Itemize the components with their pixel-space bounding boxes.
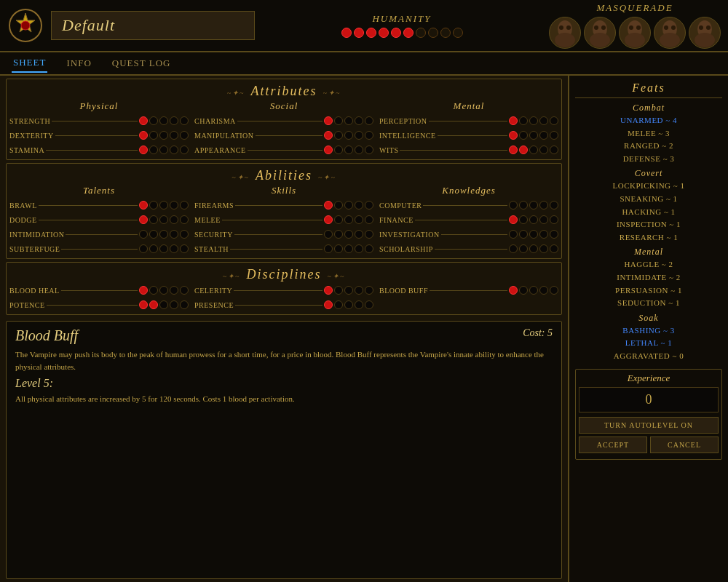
stat-stamina-dots[interactable] (139, 146, 189, 154)
stat-wits-dots[interactable] (509, 146, 558, 154)
stat-blood-heal: Blood Heal (9, 284, 189, 297)
skills-col: Skills Firearms Melee Security (194, 185, 373, 257)
stat-appearance: Appearance (194, 143, 373, 156)
stat-strength-dots[interactable] (139, 116, 189, 125)
knowledges-header: Knowledges (379, 185, 558, 196)
masquerade-face-1 (549, 17, 581, 49)
character-name[interactable]: Default (51, 11, 255, 40)
disc-col-2: Celerity Presence (194, 284, 373, 313)
stat-strength-label: Strength (9, 117, 50, 125)
experience-value: 0 (579, 387, 719, 412)
svg-point-20 (699, 25, 703, 30)
stat-perception-dots[interactable] (509, 116, 558, 125)
stat-dexterity: Dexterity (9, 129, 189, 142)
feat-defense[interactable]: Defense ~ 3 (575, 153, 722, 166)
autolevel-button[interactable]: Turn AutoLevel On (579, 417, 719, 434)
info-cost: Cost: 5 (523, 327, 553, 339)
mental-col: Mental Perception Intelligence (379, 100, 558, 158)
social-header: Social (194, 100, 373, 112)
info-level-desc: All physical attributes are increased by… (15, 393, 553, 405)
disc-col-1: Blood Heal Potence (9, 284, 189, 313)
humanity-dot-4[interactable] (379, 28, 389, 38)
tab-quest-log[interactable]: Quest Log (111, 55, 173, 72)
stat-firearms: Firearms (194, 199, 373, 212)
stat-appearance-dots[interactable] (324, 146, 373, 154)
feats-header: Feats (575, 81, 722, 95)
feat-lethal[interactable]: Lethal ~ 1 (575, 337, 722, 350)
social-col: Social Charisma Manipulation (194, 100, 373, 158)
feat-haggle[interactable]: Haggle ~ 2 (575, 258, 722, 271)
right-panel: Feats Combat Unarmed ~ 4 Melee ~ 3 Range… (568, 76, 728, 582)
info-box: Cost: 5 Blood Buff The Vampire may push … (6, 321, 562, 579)
stat-charisma: Charisma (194, 114, 373, 127)
stat-celerity: Celerity (194, 284, 373, 297)
stat-perception: Perception (379, 114, 558, 127)
feat-sneaking[interactable]: Sneaking ~ 1 (575, 193, 722, 206)
stat-strength: Strength (9, 114, 189, 127)
stat-finance: Finance (379, 213, 558, 226)
feat-persuasion[interactable]: Persuasion ~ 1 (575, 284, 722, 298)
stat-manipulation-dots[interactable] (324, 131, 373, 140)
stat-scholarship: Scholarship (379, 242, 558, 255)
stat-stamina: Stamina (9, 143, 189, 156)
feat-lockpicking[interactable]: Lockpicking ~ 1 (575, 180, 722, 193)
stat-appearance-label: Appearance (194, 146, 246, 154)
masquerade-face-2 (584, 17, 616, 49)
svg-point-12 (629, 25, 633, 30)
disciplines-columns: Blood Heal Potence Celerity (9, 284, 558, 313)
stat-potence: Potence (9, 298, 189, 311)
humanity-dot-10[interactable] (453, 28, 463, 38)
feat-bashing[interactable]: Bashing ~ 3 (575, 324, 722, 338)
feat-inspection[interactable]: Inspection ~ 1 (575, 218, 722, 231)
humanity-dot-3[interactable] (366, 28, 376, 38)
abilities-columns: Talents Brawl Dodge Intimidation (9, 185, 558, 257)
stat-intelligence-dots[interactable] (509, 131, 558, 140)
humanity-dot-2[interactable] (354, 28, 364, 38)
feat-unarmed[interactable]: Unarmed ~ 4 (575, 114, 722, 127)
stat-stamina-label: Stamina (9, 146, 44, 154)
feat-melee[interactable]: Melee ~ 3 (575, 127, 722, 140)
feat-research[interactable]: Research ~ 1 (575, 231, 722, 244)
humanity-dot-9[interactable] (440, 28, 451, 38)
humanity-dot-7[interactable] (416, 28, 426, 38)
abilities-header: Abilities (9, 168, 558, 183)
experience-box: Experience 0 Turn AutoLevel On Accept Ca… (575, 369, 722, 460)
feats-combat-header: Combat (575, 103, 722, 113)
tab-sheet[interactable]: Sheet (12, 54, 47, 73)
feat-aggravated[interactable]: Aggravated ~ 0 (575, 350, 722, 363)
stat-melee: Melee (194, 213, 373, 226)
talents-header: Talents (9, 185, 189, 196)
stat-blood-buff: Blood Buff (379, 284, 558, 297)
masquerade-label: Masquerade (596, 2, 673, 14)
feat-intimidate[interactable]: Intimidate ~ 2 (575, 271, 722, 284)
humanity-dot-5[interactable] (391, 28, 401, 38)
experience-header: Experience (579, 372, 719, 384)
skills-header: Skills (194, 185, 373, 196)
humanity-dot-1[interactable] (341, 28, 352, 38)
stat-computer: Computer (379, 199, 558, 212)
abilities-section: Abilities Talents Brawl Dodge (6, 163, 562, 259)
stat-dodge: Dodge (9, 213, 189, 226)
tab-info[interactable]: Info (65, 55, 92, 72)
humanity-label: Humanity (372, 13, 431, 25)
stat-presence: Presence (194, 298, 373, 311)
masquerade-section: Masquerade (549, 2, 721, 49)
disciplines-section: Disciplines Blood Heal Potence (6, 262, 562, 315)
stat-stealth: Stealth (194, 242, 373, 255)
stat-manipulation-label: Manipulation (194, 132, 254, 140)
feat-ranged[interactable]: Ranged ~ 2 (575, 140, 722, 153)
main-layout: Attributes Physical Strength Dexterity (0, 76, 728, 582)
stat-dexterity-dots[interactable] (139, 131, 189, 140)
accept-button[interactable]: Accept (579, 436, 647, 453)
humanity-dot-8[interactable] (428, 28, 438, 38)
humanity-dot-6[interactable] (403, 28, 414, 38)
feat-hacking[interactable]: Hacking ~ 1 (575, 206, 722, 219)
stat-perception-label: Perception (379, 117, 427, 125)
svg-point-19 (695, 33, 715, 47)
stat-intimidation: Intimidation (9, 228, 189, 241)
masquerade-face-5 (689, 17, 721, 49)
cancel-button[interactable]: Cancel (650, 436, 719, 453)
stat-charisma-dots[interactable] (324, 116, 373, 125)
masquerade-face-3 (619, 17, 651, 49)
feat-seduction[interactable]: Seduction ~ 1 (575, 297, 722, 310)
